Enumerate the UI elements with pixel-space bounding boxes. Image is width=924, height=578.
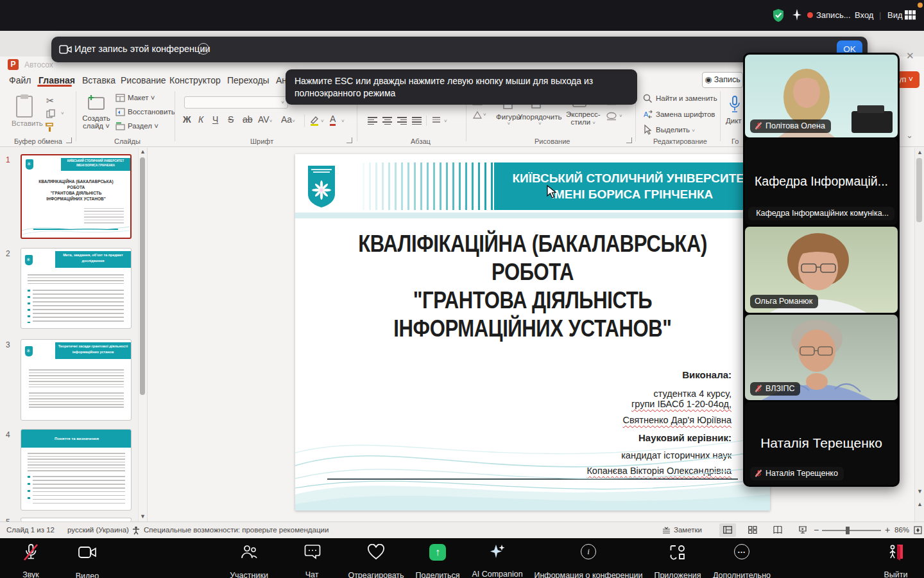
quick-styles-button[interactable]: Экспресс-стили ˅ xyxy=(566,110,601,126)
align-left-button[interactable] xyxy=(368,116,377,124)
underline-button[interactable]: Ч xyxy=(212,114,218,125)
video-tile-tereshchenko[interactable]: Наталія Терещенко Наталія Терещенко xyxy=(745,402,898,485)
thumb-scroll-up-icon[interactable]: ▲ xyxy=(140,148,146,155)
zoom-percentage[interactable]: 86% xyxy=(894,526,909,534)
scroll-up-icon[interactable]: ▲ xyxy=(917,149,923,155)
tab-transitions[interactable]: Переходы xyxy=(227,75,270,85)
ppt-record-button[interactable]: ◉ Запись xyxy=(702,72,743,88)
font-name-combo[interactable]: ˅ xyxy=(184,96,288,109)
tab-home[interactable]: Главная xyxy=(38,75,75,85)
video-tile-kafedra[interactable]: Кафедра Інформацій... Кафедра Інформацій… xyxy=(745,139,898,225)
tab-design[interactable]: Конструктор xyxy=(169,75,221,85)
video-tile-vlzips[interactable]: ВЛЗІПС xyxy=(745,315,898,400)
language-status[interactable]: русский (Украина) xyxy=(67,526,129,534)
sparkle-menubar-icon[interactable] xyxy=(791,8,803,23)
slide-sorter-view-button[interactable] xyxy=(744,523,761,537)
fit-to-window-icon[interactable] xyxy=(914,526,922,534)
next-slide-icon[interactable]: ▲ xyxy=(917,501,923,507)
tab-draw[interactable]: Рисование xyxy=(121,75,166,85)
shape-outline-caret[interactable]: ˅ xyxy=(619,113,622,119)
normal-view-button[interactable] xyxy=(719,523,736,537)
notes-button[interactable]: Заметки xyxy=(674,526,702,534)
text-shadow-button[interactable]: ab xyxy=(243,114,253,125)
slide-thumbnail-4[interactable]: Поняття та визначення xyxy=(21,429,132,511)
more-button[interactable]: … Дополнительно xyxy=(712,544,771,559)
ai-companion-button[interactable]: AI Companion xyxy=(468,543,526,563)
bold-button[interactable]: Ж xyxy=(183,114,191,125)
main-slide[interactable]: КИЇВСЬКИЙ СТОЛИЧНИЙ УНІВЕРСИТЕТ ІМЕНІ БО… xyxy=(295,154,770,511)
reset-button[interactable]: Восстановить xyxy=(128,108,175,116)
menubar-login[interactable]: Вход xyxy=(855,10,873,20)
columns-button[interactable] xyxy=(432,116,442,124)
highlight-caret[interactable]: ˅ xyxy=(321,118,324,124)
slide-title[interactable]: КВАЛІФІКАЦІЙНА (БАКАЛАВРСЬКА) РОБОТА "ГР… xyxy=(355,230,710,343)
react-button[interactable]: Отреагировать xyxy=(345,544,407,563)
menubar-view[interactable]: Вид xyxy=(887,10,903,20)
replace-fonts-button[interactable]: Замена шрифтов xyxy=(656,110,715,118)
font-color-button[interactable]: А xyxy=(330,114,336,126)
meeting-info-button[interactable]: i Информация о конференции xyxy=(530,544,647,559)
clipboard-dialog-launcher[interactable] xyxy=(66,137,72,143)
find-replace-button[interactable]: Найти и заменить xyxy=(656,94,717,102)
drawing-dialog-launcher[interactable] xyxy=(626,137,632,143)
prev-slide-icon[interactable]: ▼ xyxy=(917,488,923,495)
reading-view-button[interactable] xyxy=(769,523,786,537)
slideshow-view-button[interactable] xyxy=(794,523,811,537)
dictate-button[interactable]: Дикт xyxy=(726,117,742,125)
zoom-out-button[interactable]: − xyxy=(814,525,819,535)
collapse-panel-chevron-icon[interactable]: ⌄ xyxy=(906,130,913,140)
author-line1: студентка 4 курсу, xyxy=(462,389,732,399)
slide-thumbnail-3[interactable]: Теоретичні засади грантової діяльності і… xyxy=(21,339,132,421)
video-tile-politova[interactable]: Політова Олена xyxy=(745,55,898,137)
tab-file[interactable]: Файл xyxy=(9,75,31,85)
shield-check-icon[interactable] xyxy=(772,8,785,22)
insert-shape-icon[interactable] xyxy=(472,110,483,119)
leave-button[interactable]: Выйти xyxy=(878,543,914,563)
zoom-in-button[interactable]: + xyxy=(885,525,890,535)
participants-button[interactable]: Участники xyxy=(228,544,270,563)
menubar-recording-indicator[interactable]: Запись... xyxy=(807,10,851,20)
font-dialog-launcher[interactable] xyxy=(346,137,352,143)
format-painter-icon[interactable] xyxy=(45,122,55,132)
copy-icon[interactable] xyxy=(46,109,55,118)
grid-windows-icon[interactable] xyxy=(905,10,916,20)
font-color-caret[interactable]: ˅ xyxy=(341,118,345,124)
align-center-button[interactable] xyxy=(382,116,392,124)
copy-caret[interactable]: ˅ xyxy=(61,110,64,116)
tab-insert[interactable]: Вставка xyxy=(82,75,116,85)
thumbnail-scrollbar-thumb[interactable] xyxy=(140,157,145,395)
strikethrough-button[interactable]: S xyxy=(228,114,234,125)
zoom-slider[interactable] xyxy=(822,530,881,531)
highlight-color-icon[interactable] xyxy=(309,116,320,126)
cut-icon[interactable]: ✂ xyxy=(46,95,55,107)
align-right-button[interactable] xyxy=(397,116,407,124)
paste-button[interactable]: Вставить ˅ xyxy=(12,119,48,127)
accessibility-status[interactable]: Специальные возможности: проверьте реком… xyxy=(144,526,329,534)
slide-thumbnail-1[interactable]: КИЇВСЬКИЙ СТОЛИЧНИЙ УНІВЕРСИТЕТІМЕНІ БОР… xyxy=(21,154,132,239)
shape-caret[interactable]: ˅ xyxy=(483,112,486,118)
audio-button[interactable]: Звук xyxy=(13,543,49,563)
columns-caret[interactable]: ˅ xyxy=(444,118,447,124)
section-button[interactable]: Раздел ˅ xyxy=(128,122,158,130)
slide-thumbnail-2[interactable]: Мета, завдання, об’єкт та предмет дослід… xyxy=(21,248,132,329)
character-spacing-button[interactable]: AV˅ xyxy=(258,114,272,125)
apps-button[interactable]: Приложения xyxy=(653,544,702,563)
share-screen-button[interactable]: ↑ Поделиться xyxy=(408,544,467,561)
layout-button[interactable]: Макет ˅ xyxy=(128,94,155,101)
shape-outline-icon[interactable] xyxy=(606,112,617,121)
notification-info-icon[interactable]: i xyxy=(198,43,209,55)
thumb-scroll-down-icon[interactable]: ▼ xyxy=(140,513,146,520)
main-scrollbar-thumb[interactable] xyxy=(916,158,922,222)
new-slide-button[interactable]: Создатьслайд ˅ xyxy=(82,114,110,130)
arrange-button[interactable]: Упорядочить˅ xyxy=(518,113,561,127)
justify-button[interactable] xyxy=(412,116,422,124)
video-button[interactable]: Видео xyxy=(69,545,105,562)
zoom-slider-thumb[interactable] xyxy=(846,527,850,534)
chat-button[interactable]: Чат xyxy=(294,543,330,563)
italic-button[interactable]: К xyxy=(198,114,203,125)
thumb-number-3: 3 xyxy=(6,340,10,349)
video-tile-romaniuk[interactable]: Ольга Романюк xyxy=(745,227,898,313)
close-icon[interactable]: ✕ xyxy=(906,50,914,62)
select-button[interactable]: Выделить ˅ xyxy=(656,126,695,134)
change-case-button[interactable]: Aa˅ xyxy=(281,114,295,125)
